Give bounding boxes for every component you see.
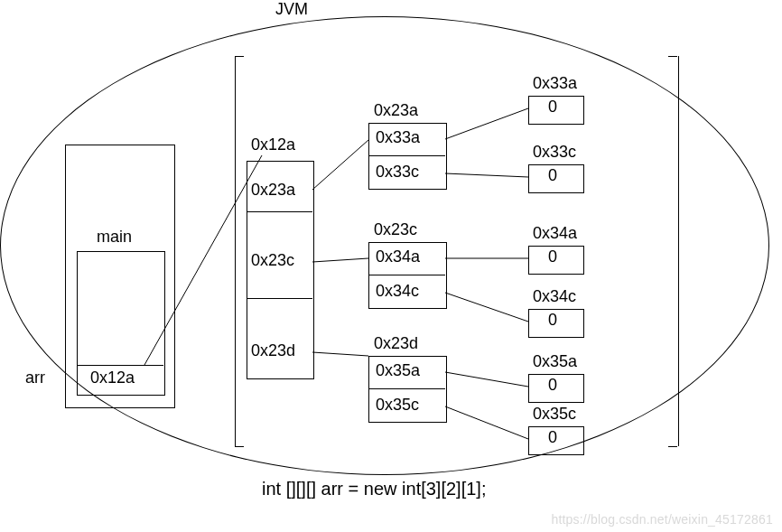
stack-var-label: arr [25,369,45,387]
leaf-value: 0 [548,247,557,266]
watermark-label: https://blog.csdn.net/weixin_45172861 [551,512,773,527]
outer-cell: 0x23c [251,251,294,270]
heap-corner [235,446,244,447]
mid-label: 0x23c [374,220,417,239]
title-label: JVM [275,0,308,19]
leaf-label: 0x34c [533,287,576,306]
heap-corner [668,446,677,447]
stack-frame-label: main [97,228,132,247]
mid-div [368,155,445,156]
leaf-label: 0x33c [533,143,576,162]
leaf-value: 0 [548,166,557,185]
leaf-label: 0x34a [533,224,577,243]
leaf-value: 0 [548,376,557,395]
mid-cell: 0x33c [376,163,419,182]
diagram-stage: JVM main arr 0x12a 0x12a 0x23a 0x23c 0x2… [0,0,782,532]
outer-cell: 0x23a [251,181,295,200]
stack-frame-divider [77,365,163,366]
outer-array-label: 0x12a [251,135,295,154]
mid-cell: 0x33a [376,128,420,147]
outer-div [247,298,312,299]
mid-cell: 0x35a [376,361,420,380]
mid-div [368,388,445,389]
leaf-value: 0 [548,98,557,117]
leaf-label: 0x35a [533,352,577,371]
mid-div [368,275,445,275]
mid-cell: 0x35c [376,396,419,415]
outer-div [247,211,312,212]
heap-corner [668,56,677,57]
leaf-label: 0x35c [533,405,576,424]
stack-var-value: 0x12a [90,369,135,387]
mid-label: 0x23d [374,334,418,353]
leaf-label: 0x33a [533,74,577,93]
mid-cell: 0x34c [376,282,419,301]
code-label: int [][][] arr = new int[3][2][1]; [262,479,486,499]
leaf-value: 0 [548,311,557,330]
mid-cell: 0x34a [376,247,420,266]
leaf-value: 0 [548,428,557,447]
mid-label: 0x23a [374,101,418,120]
outer-cell: 0x23d [251,341,295,360]
heap-corner [235,56,244,57]
